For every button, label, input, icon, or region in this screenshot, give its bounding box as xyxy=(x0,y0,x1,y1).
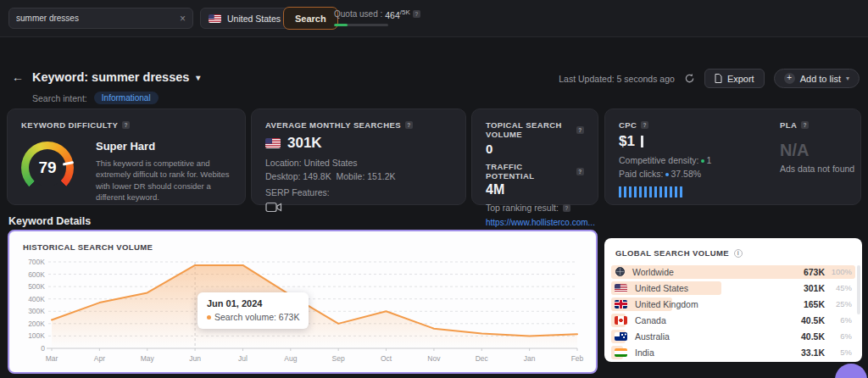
intent-badge[interactable]: Informational xyxy=(94,92,159,104)
paid-clicks-label: Paid clicks: xyxy=(619,169,664,179)
svg-text:100K: 100K xyxy=(28,331,45,340)
global-volume-row[interactable]: United Kingdom165K25% xyxy=(611,296,855,312)
svg-text:May: May xyxy=(141,354,155,363)
svg-text:300K: 300K xyxy=(28,307,45,315)
quota-progressbar xyxy=(334,24,388,26)
global-volume-row[interactable]: Canada40.5K6% xyxy=(611,312,855,328)
svg-text:Nov: Nov xyxy=(427,354,441,363)
country-percent: 6% xyxy=(825,331,852,341)
country-volume: 673K xyxy=(804,267,825,277)
blue-dot-icon xyxy=(665,173,669,176)
keyword-search-box[interactable]: × xyxy=(8,8,193,29)
country-volume: 165K xyxy=(804,299,825,309)
svg-text:Oct: Oct xyxy=(381,354,392,363)
global-volume-row[interactable]: United States301K45% xyxy=(611,280,855,296)
global-volume-row[interactable]: Germany8.1K1% xyxy=(611,360,855,362)
svg-text:500K: 500K xyxy=(28,282,45,291)
global-volume-row[interactable]: Worldwide673K100% xyxy=(611,264,855,280)
green-dot-icon xyxy=(701,159,704,163)
back-arrow-icon[interactable]: ← xyxy=(12,70,24,84)
global-search-volume-card: GLOBAL SEARCH VOLUME i Worldwide673K100%… xyxy=(604,238,862,362)
page-title[interactable]: Keyword: summer dresses ▾ xyxy=(32,70,200,84)
difficulty-level: Super Hard xyxy=(96,140,238,153)
svg-text:400K: 400K xyxy=(28,295,45,303)
quota-value: 464/5K xyxy=(385,8,410,20)
refresh-icon[interactable] xyxy=(684,73,695,84)
svg-text:700K: 700K xyxy=(28,258,45,266)
country-name: Canada xyxy=(635,315,801,325)
info-icon[interactable]: ? xyxy=(801,121,809,129)
tooltip-value: Search volume: 673K xyxy=(214,312,299,322)
chart-title: HISTORICAL SEARCH VOLUME xyxy=(23,242,153,252)
document-icon xyxy=(715,74,722,83)
country-name: Worldwide xyxy=(632,267,804,277)
svg-text:Jan: Jan xyxy=(524,354,536,363)
monthly-searches-value: 301K xyxy=(287,135,322,152)
info-icon[interactable]: ? xyxy=(413,10,420,18)
country-volume: 40.5K xyxy=(801,331,825,342)
difficulty-score: 79 xyxy=(21,142,74,194)
quota-indicator: Quota used : 464/5K ? xyxy=(334,8,420,26)
cpc-pla-card: CPC? $1 Competitive density:1 Paid click… xyxy=(604,108,861,205)
global-volume-row[interactable]: Australia40.5K6% xyxy=(611,328,855,344)
difficulty-description: This keyword is competitive and extremel… xyxy=(96,158,238,203)
top-result-link[interactable]: https://www.hollisterco.com... xyxy=(486,218,584,227)
export-button[interactable]: Export xyxy=(704,69,765,88)
help-floating-button[interactable] xyxy=(835,364,867,378)
country-volume: 301K xyxy=(804,283,825,293)
country-name: United Kingdom xyxy=(635,299,804,309)
density-value: 1 xyxy=(707,155,712,165)
traffic-potential-value: 4M xyxy=(486,182,584,197)
svg-text:Mar: Mar xyxy=(46,354,58,363)
info-icon[interactable]: ? xyxy=(122,121,130,129)
country-name: United States xyxy=(635,283,804,293)
info-icon[interactable]: ? xyxy=(641,121,648,129)
worldwide-flag-icon xyxy=(615,267,625,276)
search-location: Location: United States xyxy=(265,158,452,168)
country-volume: 40.5K xyxy=(801,315,825,325)
svg-text:600K: 600K xyxy=(28,270,45,279)
historical-search-volume-card[interactable]: HISTORICAL SEARCH VOLUME 0100K200K300K40… xyxy=(8,230,598,374)
search-button[interactable]: Search xyxy=(283,7,338,30)
chart-tooltip: Jun 01, 2024 Search volume: 673K xyxy=(198,292,309,329)
country-percent: 100% xyxy=(825,267,852,276)
country-name: Australia xyxy=(635,331,801,342)
global-volume-row[interactable]: India33.1K5% xyxy=(611,344,855,360)
chevron-down-icon[interactable]: ▾ xyxy=(196,73,200,82)
video-icon[interactable] xyxy=(265,202,282,213)
us-flag-icon xyxy=(615,284,627,292)
scrollbar-thumb[interactable] xyxy=(857,265,860,314)
svg-text:Apr: Apr xyxy=(94,354,105,363)
svg-text:Aug: Aug xyxy=(284,354,297,363)
tooltip-date: Jun 01, 2024 xyxy=(207,298,299,309)
search-input[interactable] xyxy=(16,14,180,23)
add-to-list-button[interactable]: + Add to list ▾ xyxy=(774,69,860,88)
topical-volume-card: TOPICAL SEARCH VOLUME? 0 TRAFFIC POTENTI… xyxy=(471,108,598,205)
info-icon[interactable]: i xyxy=(734,249,743,258)
last-updated-text: Last Updated: 5 seconds ago xyxy=(559,74,675,84)
svg-text:Feb: Feb xyxy=(571,354,584,363)
us-flag-icon xyxy=(265,138,281,148)
quota-label: Quota used : xyxy=(334,9,382,19)
svg-text:200K: 200K xyxy=(28,320,45,328)
info-icon[interactable]: ? xyxy=(405,121,413,129)
cpc-value: $1 xyxy=(619,133,635,150)
top-result-label: Top ranking result: xyxy=(486,203,559,213)
info-icon[interactable]: ? xyxy=(563,204,570,212)
pla-note: Ads data not found xyxy=(780,164,854,174)
ca-flag-icon xyxy=(615,316,627,325)
svg-text:Sep: Sep xyxy=(332,354,345,363)
intent-label: Search intent: xyxy=(32,93,87,103)
country-volume: 33.1K xyxy=(801,347,825,358)
difficulty-gauge: 79 xyxy=(21,142,74,194)
serp-features-label: SERP Features: xyxy=(265,187,452,197)
density-label: Competitive density: xyxy=(619,155,699,165)
svg-text:Dec: Dec xyxy=(476,354,489,363)
clear-search-icon[interactable]: × xyxy=(180,14,186,24)
info-icon[interactable]: ? xyxy=(576,168,584,175)
in-flag-icon xyxy=(615,348,627,357)
svg-text:Jul: Jul xyxy=(238,354,248,363)
country-percent: 45% xyxy=(825,283,852,292)
info-icon[interactable]: ? xyxy=(576,126,584,134)
plus-icon: + xyxy=(784,73,795,84)
